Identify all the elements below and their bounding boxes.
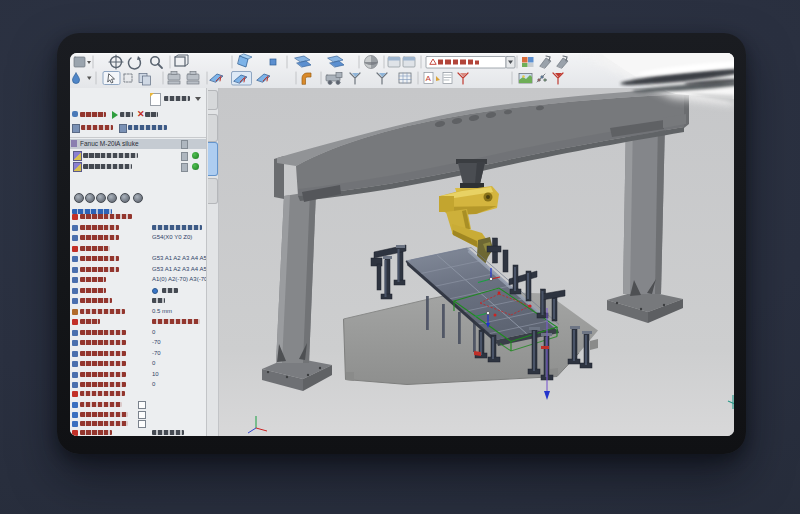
svg-text:A: A (426, 74, 432, 83)
